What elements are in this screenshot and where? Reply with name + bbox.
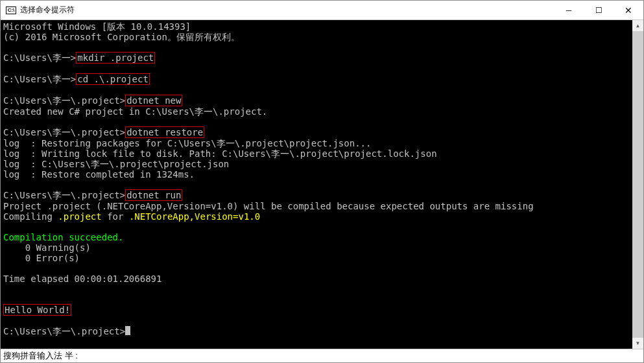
line-compiling: Compiling .project for .NETCoreApp,Versi… bbox=[3, 211, 641, 222]
line-prompt-1: C:\Users\李一>mkdir .project bbox=[3, 53, 641, 64]
highlight-mkdir: mkdir .project bbox=[76, 52, 155, 64]
terminal[interactable]: Microsoft Windows [版本 10.0.14393] (c) 20… bbox=[1, 20, 643, 349]
line-prompt-2: C:\Users\李一>cd .\.project bbox=[3, 74, 641, 85]
line-copyright: (c) 2016 Microsoft Corporation。保留所有权利。 bbox=[3, 32, 641, 42]
blank-line bbox=[3, 117, 641, 127]
blank-line bbox=[3, 284, 641, 294]
titlebar[interactable]: C:\ 选择命令提示符 ─ ☐ ✕ bbox=[1, 1, 643, 20]
blank-line bbox=[3, 316, 641, 326]
titlebar-controls: ─ ☐ ✕ bbox=[554, 1, 643, 19]
line-succeeded: Compilation succeeded. bbox=[3, 232, 641, 242]
close-button[interactable]: ✕ bbox=[614, 1, 643, 19]
line-warnings: 0 Warning(s) bbox=[3, 242, 641, 253]
line-log-4: log : Restore completed in 1324ms. bbox=[3, 169, 641, 180]
window: C:\ 选择命令提示符 ─ ☐ ✕ Microsoft Windows [版本 … bbox=[0, 0, 644, 363]
terminal-content: Microsoft Windows [版本 10.0.14393] (c) 20… bbox=[1, 20, 643, 338]
line-errors: 0 Error(s) bbox=[3, 253, 641, 263]
highlight-dotnet-run: dotnet run bbox=[125, 189, 182, 201]
line-prompt-6: C:\Users\李一\.project> bbox=[3, 326, 641, 336]
maximize-button[interactable]: ☐ bbox=[584, 1, 614, 19]
line-compile-reason: Project .project (.NETCoreApp,Version=v1… bbox=[3, 201, 641, 211]
blank-line bbox=[3, 222, 641, 232]
highlight-hello-world: Hello World! bbox=[3, 304, 71, 316]
highlight-cd: cd .\.project bbox=[76, 73, 150, 85]
window-title: 选择命令提示符 bbox=[20, 5, 75, 16]
cmd-icon: C:\ bbox=[6, 6, 16, 14]
line-log-2: log : Writing lock file to disk. Path: C… bbox=[3, 148, 641, 159]
highlight-dotnet-restore: dotnet restore bbox=[125, 126, 204, 138]
cursor bbox=[125, 326, 130, 335]
blank-line bbox=[3, 263, 641, 274]
highlight-dotnet-new: dotnet new bbox=[125, 95, 182, 106]
minimize-button[interactable]: ─ bbox=[554, 1, 584, 19]
blank-line bbox=[3, 294, 641, 305]
blank-line bbox=[3, 180, 641, 190]
blank-line bbox=[3, 85, 641, 95]
scroll-down-button[interactable]: ▼ bbox=[632, 338, 643, 349]
scrollbar[interactable]: ▲ ▼ bbox=[632, 20, 643, 349]
scroll-up-button[interactable]: ▲ bbox=[632, 20, 643, 31]
line-log-3: log : C:\Users\李一\.project\project.json bbox=[3, 159, 641, 169]
blank-line bbox=[3, 64, 641, 74]
ime-status-bar: 搜狗拼音输入法 半 : bbox=[1, 349, 643, 362]
scroll-thumb[interactable] bbox=[632, 31, 643, 342]
line-version: Microsoft Windows [版本 10.0.14393] bbox=[3, 21, 641, 32]
line-created: Created new C# project in C:\Users\李一\.p… bbox=[3, 106, 641, 117]
blank-line bbox=[3, 42, 641, 53]
line-prompt-3: C:\Users\李一\.project>dotnet new bbox=[3, 95, 641, 106]
ime-status-text: 搜狗拼音输入法 半 : bbox=[3, 350, 78, 362]
line-prompt-4: C:\Users\李一\.project>dotnet restore bbox=[3, 127, 641, 138]
line-log-1: log : Restoring packages for C:\Users\李一… bbox=[3, 138, 641, 148]
line-prompt-5: C:\Users\李一\.project>dotnet run bbox=[3, 190, 641, 201]
line-elapsed: Time elapsed 00:00:01.2066891 bbox=[3, 274, 641, 284]
line-hello: Hello World! bbox=[3, 305, 641, 316]
